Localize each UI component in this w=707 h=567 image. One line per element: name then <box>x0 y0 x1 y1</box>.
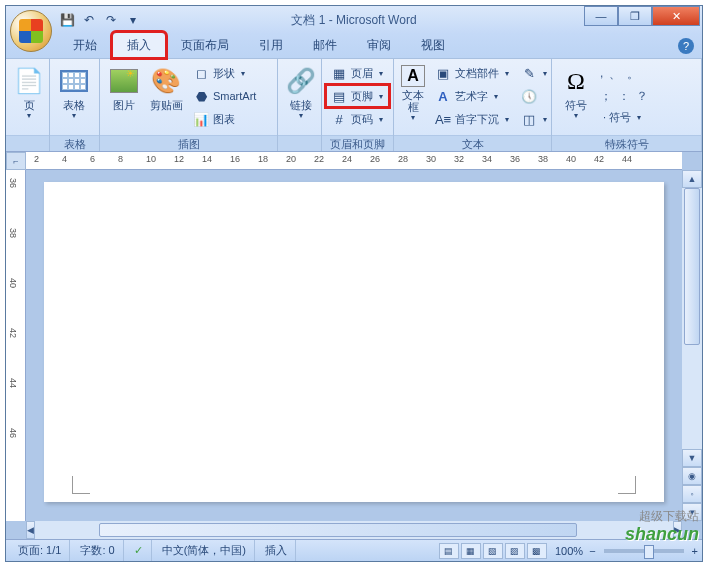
tab-home[interactable]: 开始 <box>58 32 112 58</box>
qat-menu-icon[interactable]: ▾ <box>124 11 142 29</box>
picture-icon <box>108 65 140 97</box>
chart-icon: 📊 <box>193 111 209 127</box>
signature-button[interactable]: ✎▾ <box>516 62 552 84</box>
pages-button[interactable]: 📄 页 ▾ <box>10 62 48 123</box>
maximize-button[interactable]: ❐ <box>618 6 652 26</box>
scroll-track-h[interactable] <box>35 521 673 539</box>
redo-icon[interactable]: ↷ <box>102 11 120 29</box>
smartart-icon: ⬣ <box>193 88 209 104</box>
links-button[interactable]: 🔗 链接 ▾ <box>282 62 320 123</box>
symbol-grid-2[interactable]: ； ： ？ <box>598 88 650 105</box>
margin-marker-br <box>618 476 636 494</box>
pagenum-icon: # <box>331 111 347 127</box>
page[interactable] <box>44 182 664 502</box>
group-symbols: Ω 符号 ▾ , 、 。 ； ： ？ · 符号▾ <box>552 59 702 151</box>
clipart-button[interactable]: 🎨 剪贴画 <box>146 62 186 114</box>
ribbon-tabs: 开始 插入 页面布局 引用 邮件 审阅 视图 ? <box>6 34 702 58</box>
header-button[interactable]: ▦页眉▾ <box>326 62 389 84</box>
tab-mail[interactable]: 邮件 <box>298 32 352 58</box>
status-wordcount[interactable]: 字数: 0 <box>72 540 123 561</box>
status-page[interactable]: 页面: 1/1 <box>10 540 70 561</box>
object-button[interactable]: ◫▾ <box>516 108 552 130</box>
wordart-button[interactable]: A艺术字▾ <box>430 85 514 107</box>
chevron-down-icon: ▾ <box>574 111 578 120</box>
table-button[interactable]: 表格 ▾ <box>54 62 94 123</box>
chevron-down-icon: ▾ <box>543 69 547 78</box>
pagenum-button[interactable]: #页码▾ <box>326 108 389 130</box>
chevron-down-icon: ▾ <box>379 69 383 78</box>
save-icon[interactable]: 💾 <box>58 11 76 29</box>
scroll-up-button[interactable]: ▲ <box>682 170 702 188</box>
scroll-track[interactable] <box>682 188 702 449</box>
status-language[interactable]: 中文(简体，中国) <box>154 540 255 561</box>
parts-button[interactable]: ▣文档部件▾ <box>430 62 514 84</box>
symbol-button[interactable]: Ω 符号 ▾ <box>556 62 596 123</box>
view-fullscreen-button[interactable]: ▦ <box>461 543 481 559</box>
status-insertmode[interactable]: 插入 <box>257 540 296 561</box>
scroll-left-button[interactable]: ◀ <box>26 521 35 539</box>
undo-icon[interactable]: ↶ <box>80 11 98 29</box>
chevron-down-icon: ▾ <box>27 111 31 120</box>
minimize-button[interactable]: — <box>584 6 618 26</box>
footer-button[interactable]: ▤页脚▾ <box>326 85 389 107</box>
group-text: A 文本框 ▾ ▣文档部件▾ A艺术字▾ A≡首字下沉▾ ✎▾ 🕔 ◫▾ 文本 <box>394 59 552 151</box>
titlebar: 💾 ↶ ↷ ▾ 文档 1 - Microsoft Word — ❐ ✕ <box>6 6 702 34</box>
chevron-down-icon: ▾ <box>379 92 383 101</box>
watermark-text-2: 超级下载站 <box>639 508 699 525</box>
browse-button[interactable]: ◦ <box>682 485 702 503</box>
vertical-scrollbar[interactable]: ▲ ▼ ◉ ◦ ▾ <box>682 170 702 521</box>
view-print-button[interactable]: ▤ <box>439 543 459 559</box>
picture-button[interactable]: 图片 <box>104 62 144 114</box>
textbox-button[interactable]: A 文本框 ▾ <box>398 62 428 125</box>
page-viewport[interactable] <box>26 170 682 521</box>
vertical-ruler[interactable]: 363840424446 <box>6 170 26 521</box>
margin-marker-bl <box>72 476 90 494</box>
group-illustrations: 图片 🎨 剪贴画 ◻形状▾ ⬣SmartArt 📊图表 插图 <box>100 59 278 151</box>
zoom-slider[interactable] <box>604 549 684 553</box>
office-button[interactable] <box>10 10 52 52</box>
horizontal-scrollbar[interactable]: ◀ ▶ <box>26 521 682 539</box>
zoom-in-button[interactable]: + <box>692 545 698 557</box>
chevron-down-icon: ▾ <box>494 92 498 101</box>
datetime-button[interactable]: 🕔 <box>516 85 552 107</box>
group-pages: 📄 页 ▾ <box>6 59 50 151</box>
more-symbols-button[interactable]: · 符号▾ <box>598 106 650 128</box>
tab-insert[interactable]: 插入 <box>112 32 166 58</box>
chevron-down-icon: ▾ <box>379 115 383 124</box>
dropcap-button[interactable]: A≡首字下沉▾ <box>430 108 514 130</box>
shapes-icon: ◻ <box>193 65 209 81</box>
datetime-icon: 🕔 <box>521 88 537 104</box>
horizontal-ruler[interactable]: ⌐ 24681012141618202224262830323436384042… <box>26 152 682 170</box>
ruler-corner[interactable]: ⌐ <box>6 152 26 170</box>
chevron-down-icon: ▾ <box>543 115 547 124</box>
tab-references[interactable]: 引用 <box>244 32 298 58</box>
chart-button[interactable]: 📊图表 <box>188 108 261 130</box>
document-area: ⌐ 24681012141618202224262830323436384042… <box>6 152 702 539</box>
scroll-down-button[interactable]: ▼ <box>682 449 702 467</box>
scroll-thumb-h[interactable] <box>99 523 578 537</box>
tab-pagelayout[interactable]: 页面布局 <box>166 32 244 58</box>
tab-view[interactable]: 视图 <box>406 32 460 58</box>
prev-page-button[interactable]: ◉ <box>682 467 702 485</box>
zoom-level[interactable]: 100% <box>555 545 583 557</box>
shapes-button[interactable]: ◻形状▾ <box>188 62 261 84</box>
smartart-button[interactable]: ⬣SmartArt <box>188 85 261 107</box>
view-draft-button[interactable]: ▩ <box>527 543 547 559</box>
wordart-icon: A <box>435 88 451 104</box>
app-window: 💾 ↶ ↷ ▾ 文档 1 - Microsoft Word — ❐ ✕ 开始 插… <box>5 5 703 562</box>
omega-icon: Ω <box>560 65 592 97</box>
chevron-down-icon: ▾ <box>505 115 509 124</box>
link-icon: 🔗 <box>285 65 317 97</box>
chevron-down-icon: ▾ <box>241 69 245 78</box>
view-outline-button[interactable]: ▨ <box>505 543 525 559</box>
symbol-grid[interactable]: , 、 。 <box>598 62 650 87</box>
view-web-button[interactable]: ▧ <box>483 543 503 559</box>
clipart-icon: 🎨 <box>150 65 182 97</box>
tab-review[interactable]: 审阅 <box>352 32 406 58</box>
close-button[interactable]: ✕ <box>652 6 700 26</box>
group-tables: 表格 ▾ 表格 <box>50 59 100 151</box>
status-proofing[interactable]: ✓ <box>126 540 152 561</box>
zoom-out-button[interactable]: − <box>589 545 595 557</box>
scroll-thumb[interactable] <box>684 188 700 345</box>
help-icon[interactable]: ? <box>678 38 694 54</box>
